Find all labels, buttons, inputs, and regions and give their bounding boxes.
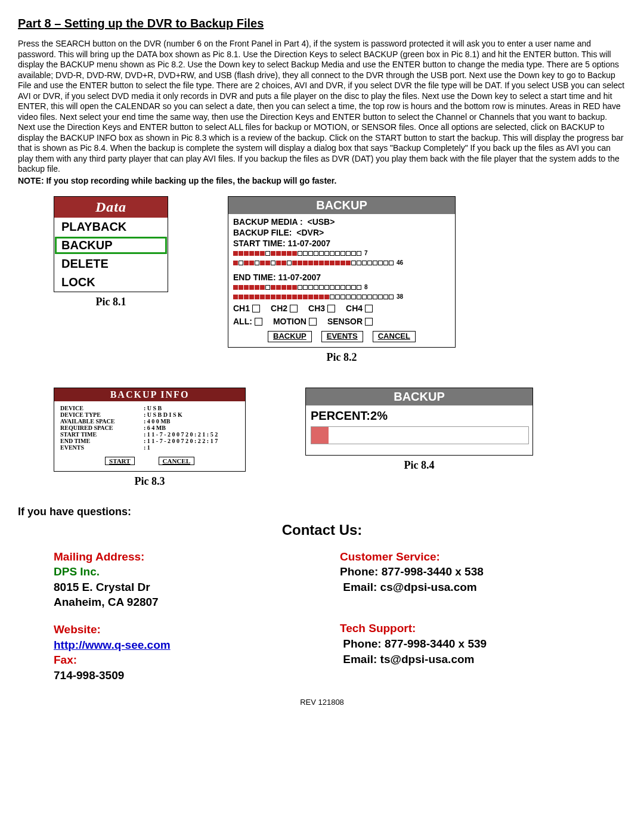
city-state-zip: Anaheim, CA 92807: [54, 594, 304, 610]
contact-us-heading: Contact Us:: [18, 522, 626, 538]
filter-row: ALL: MOTION SENSOR: [233, 316, 450, 327]
backup-progress-title: BACKUP: [306, 388, 532, 405]
sensor-checkbox[interactable]: [365, 318, 373, 326]
revision-label: REV 121808: [18, 698, 626, 707]
percent-label: PERCENT:2%: [311, 409, 528, 423]
caption-8-1: Pic 8.1: [96, 296, 126, 308]
figure-8-2: BACKUP BACKUP MEDIA : <USB> BACKUP FILE:…: [228, 196, 456, 364]
info-device-k: DEVICE: [60, 405, 144, 411]
end-hours-row[interactable]: 8: [233, 283, 450, 291]
backup-menu-box: BACKUP BACKUP MEDIA : <USB> BACKUP FILE:…: [228, 196, 456, 348]
questions-line: If you have questions:: [18, 506, 626, 518]
motion-checkbox[interactable]: [309, 318, 317, 326]
contact-right-col: Customer Service: Phone: 877-998-3440 x …: [340, 549, 590, 683]
ts-email: Email: ts@dpsi-usa.com: [340, 652, 590, 667]
motion-label: MOTION: [273, 316, 306, 327]
ch4-checkbox[interactable]: [365, 305, 373, 312]
progress-fill: [311, 427, 329, 444]
start-time-label: START TIME: 11-07-2007: [233, 238, 450, 249]
section-heading: Part 8 – Setting up the DVR to Backup Fi…: [18, 17, 626, 30]
cs-phone: Phone: 877-998-3440 x 538: [340, 564, 590, 580]
street: 8015 E. Crystal Dr: [54, 580, 304, 595]
backup-info-title: BACKUP INFO: [54, 388, 245, 401]
ch3-label: CH3: [308, 303, 325, 314]
ch2-label: CH2: [271, 303, 287, 314]
customer-service-hdr: Customer Service:: [340, 549, 590, 565]
sensor-label: SENSOR: [327, 316, 363, 327]
channel-row: CH1 CH2 CH3 CH4: [233, 303, 450, 314]
cancel-info-button[interactable]: CANCEL: [159, 457, 194, 465]
menu-item-playback[interactable]: PLAYBACK: [54, 218, 168, 236]
end-time-label: END TIME: 11-07-2007: [233, 272, 450, 283]
data-menu-title: Data: [54, 197, 168, 218]
ts-phone: Phone: 877-998-3440 x 539: [340, 636, 590, 652]
menu-item-lock[interactable]: LOCK: [54, 273, 168, 292]
backup-media-label: BACKUP MEDIA :: [233, 217, 303, 227]
contact-left-col: Mailing Address: DPS Inc. 8015 E. Crysta…: [54, 549, 304, 683]
instruction-paragraph: Press the SEARCH button on the DVR (numb…: [18, 39, 626, 175]
all-label: ALL:: [233, 316, 252, 327]
menu-item-backup[interactable]: BACKUP: [54, 236, 168, 255]
cancel-button[interactable]: CANCEL: [373, 331, 416, 342]
figure-8-3: BACKUP INFO DEVICE: U S B DEVICE TYPE: U…: [54, 388, 246, 488]
ch4-label: CH4: [346, 303, 363, 314]
data-menu-box: Data PLAYBACK BACKUP DELETE LOCK: [54, 196, 168, 292]
company-name: DPS Inc.: [54, 564, 304, 580]
caption-8-2: Pic 8.2: [327, 351, 357, 364]
start-hours-row[interactable]: 7: [233, 249, 450, 257]
contact-block: Mailing Address: DPS Inc. 8015 E. Crysta…: [18, 549, 626, 683]
backup-file-label: BACKUP FILE:: [233, 228, 292, 237]
info-start-v: : 1 1 - 7 - 2 0 0 7 2 0 : 2 1 : 5 2: [144, 431, 218, 438]
website-link[interactable]: http://www.q-see.com: [54, 637, 304, 653]
backup-info-box: BACKUP INFO DEVICE: U S B DEVICE TYPE: U…: [54, 388, 246, 472]
ch2-checkbox[interactable]: [290, 305, 298, 312]
website-hdr: Website:: [54, 622, 304, 637]
note-line: NOTE: If you stop recording while backin…: [18, 176, 626, 185]
info-events-k: EVENTS: [60, 444, 144, 451]
info-avail-k: AVAILABLE SPACE: [60, 418, 144, 425]
info-devtype-k: DEVICE TYPE: [60, 411, 144, 418]
menu-item-delete[interactable]: DELETE: [54, 255, 168, 273]
info-devtype-v: : U S B D I S K: [144, 411, 182, 418]
figure-8-1: Data PLAYBACK BACKUP DELETE LOCK Pic 8.1: [54, 196, 168, 364]
caption-8-4: Pic 8.4: [404, 459, 435, 472]
info-avail-v: : 4 0 0 MB: [144, 418, 170, 425]
backup-file-value[interactable]: <DVR>: [296, 228, 324, 237]
backup-button[interactable]: BACKUP: [268, 331, 312, 342]
all-checkbox[interactable]: [255, 318, 262, 326]
figure-8-4: BACKUP PERCENT:2% Pic 8.4: [305, 388, 533, 488]
caption-8-3: Pic 8.3: [135, 475, 165, 488]
info-end-k: END TIME: [60, 438, 144, 444]
cs-email: Email: cs@dpsi-usa.com: [340, 580, 590, 595]
end-minutes-row[interactable]: 38: [233, 293, 450, 301]
backup-progress-box: BACKUP PERCENT:2%: [305, 388, 533, 456]
info-events-v: : 1: [144, 444, 150, 451]
ch1-label: CH1: [233, 303, 250, 314]
fax-hdr: Fax:: [54, 652, 304, 668]
info-end-v: : 1 1 - 7 - 2 0 0 7 2 0 : 2 2 : 1 7: [144, 438, 218, 444]
ch3-checkbox[interactable]: [327, 305, 335, 312]
start-button[interactable]: START: [105, 457, 134, 465]
ch1-checkbox[interactable]: [252, 305, 260, 312]
events-button[interactable]: EVENTS: [321, 331, 363, 342]
progress-bar: [311, 426, 529, 444]
info-device-v: : U S B: [144, 405, 162, 411]
fax-number: 714-998-3509: [54, 668, 304, 683]
info-req-v: : 6 4 MB: [144, 425, 166, 431]
tech-support-hdr: Tech Support:: [340, 621, 590, 636]
start-minutes-row[interactable]: 46: [233, 259, 450, 267]
backup-menu-title: BACKUP: [228, 197, 455, 214]
backup-media-value[interactable]: <USB>: [307, 217, 335, 227]
info-req-k: REQUIRED SPACE: [60, 425, 144, 431]
mailing-address-hdr: Mailing Address:: [54, 549, 304, 565]
info-start-k: START TIME: [60, 431, 144, 438]
